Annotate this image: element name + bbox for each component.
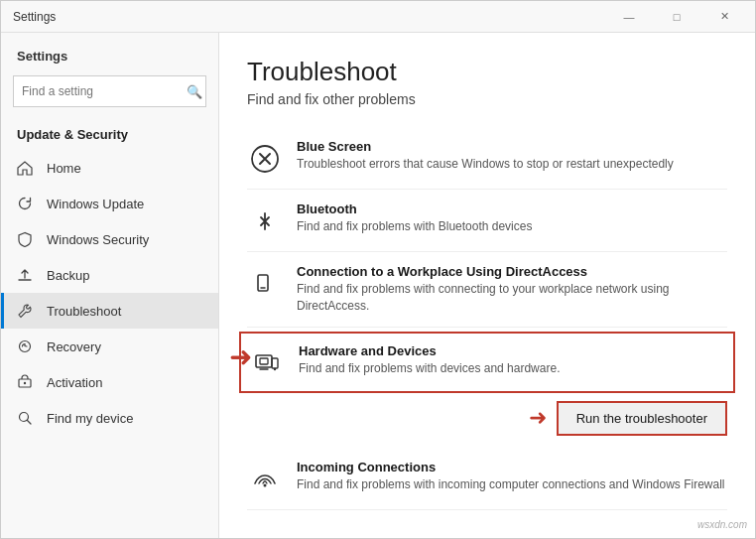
sidebar-item-find-my-device[interactable]: Find my device <box>1 400 218 436</box>
recovery-icon <box>17 338 35 354</box>
window-controls: — □ ✕ <box>606 1 747 33</box>
sidebar-item-windows-security-label: Windows Security <box>47 232 149 247</box>
hardware-icon <box>249 345 285 381</box>
directaccess-icon <box>247 266 283 302</box>
sidebar-item-activation[interactable]: Activation <box>1 364 218 400</box>
problem-item-blue-screen: Blue Screen Troubleshoot errors that cau… <box>247 127 727 190</box>
bluetooth-info: Bluetooth Find and fix problems with Blu… <box>297 202 727 235</box>
incoming-connections-desc: Find and fix problems with incoming comp… <box>297 476 727 493</box>
window-title: Settings <box>13 10 56 24</box>
problem-list: Blue Screen Troubleshoot errors that cau… <box>247 127 727 510</box>
watermark: wsxdn.com <box>697 519 747 530</box>
wrench-icon <box>17 303 35 319</box>
bluetooth-name: Bluetooth <box>297 202 727 216</box>
svg-rect-7 <box>256 355 272 367</box>
svg-rect-9 <box>272 358 278 368</box>
search-box[interactable]: 🔍 <box>13 75 206 107</box>
directaccess-desc: Find and fix problems with connecting to… <box>297 281 727 315</box>
find-icon <box>17 410 35 426</box>
minimize-button[interactable]: — <box>606 1 652 33</box>
bluetooth-desc: Find and fix problems with Bluetooth dev… <box>297 218 727 235</box>
blue-screen-name: Blue Screen <box>297 139 727 154</box>
home-icon <box>17 160 35 176</box>
sidebar-item-windows-update-label: Windows Update <box>47 197 144 211</box>
sidebar-item-home-label: Home <box>47 161 81 176</box>
maximize-button[interactable]: □ <box>654 1 699 33</box>
blue-screen-desc: Troubleshoot errors that cause Windows t… <box>297 156 727 173</box>
problem-item-directaccess: Connection to a Workplace Using DirectAc… <box>247 252 727 328</box>
sidebar-item-troubleshoot[interactable]: Troubleshoot <box>1 293 218 329</box>
sidebar-item-backup-label: Backup <box>47 268 89 283</box>
settings-window: Settings — □ ✕ Settings 🔍 Update & Secur… <box>0 0 756 539</box>
shield-icon <box>17 231 35 247</box>
directaccess-name: Connection to a Workplace Using DirectAc… <box>297 264 727 279</box>
page-title: Troubleshoot <box>247 57 727 87</box>
search-input[interactable] <box>14 84 179 98</box>
sidebar-header: Settings <box>1 33 218 71</box>
main-content: Troubleshoot Find and fix other problems… <box>219 33 755 538</box>
titlebar: Settings — □ ✕ <box>1 1 755 33</box>
refresh-icon <box>17 196 35 211</box>
svg-point-12 <box>264 483 267 486</box>
hardware-devices-desc: Find and fix problems with devices and h… <box>299 360 725 377</box>
sidebar-section-title: Update & Security <box>1 119 218 150</box>
sidebar-item-activation-label: Activation <box>47 375 102 390</box>
svg-point-10 <box>274 367 276 369</box>
sidebar-item-find-my-device-label: Find my device <box>47 411 133 426</box>
hardware-devices-info: Hardware and Devices Find and fix proble… <box>299 343 725 377</box>
problem-item-hardware-devices[interactable]: Hardware and Devices Find and fix proble… <box>239 332 735 393</box>
run-troubleshooter-button[interactable]: Run the troubleshooter <box>557 401 727 436</box>
svg-point-2 <box>24 382 26 384</box>
incoming-connections-info: Incoming Connections Find and fix proble… <box>297 460 727 493</box>
hardware-devices-name: Hardware and Devices <box>299 343 725 358</box>
sidebar-item-windows-security[interactable]: Windows Security <box>1 221 218 257</box>
page-subtitle: Find and fix other problems <box>247 91 727 107</box>
problem-item-incoming-connections: Incoming Connections Find and fix proble… <box>247 448 727 510</box>
backup-icon <box>17 267 35 283</box>
blue-screen-icon <box>247 141 283 177</box>
window-content: Settings 🔍 Update & Security Home <box>1 33 755 538</box>
incoming-connections-name: Incoming Connections <box>297 460 727 474</box>
activation-icon <box>17 374 35 390</box>
blue-screen-info: Blue Screen Troubleshoot errors that cau… <box>297 139 727 173</box>
search-icon: 🔍 <box>179 84 210 99</box>
sidebar-item-backup[interactable]: Backup <box>1 257 218 293</box>
problem-item-bluetooth: Bluetooth Find and fix problems with Blu… <box>247 190 727 252</box>
sidebar-item-windows-update[interactable]: Windows Update <box>1 186 218 221</box>
directaccess-info: Connection to a Workplace Using DirectAc… <box>297 264 727 315</box>
sidebar-item-recovery[interactable]: Recovery <box>1 329 218 364</box>
sidebar-item-home[interactable]: Home <box>1 150 218 186</box>
svg-rect-8 <box>260 358 268 364</box>
incoming-connections-icon <box>247 462 283 497</box>
bluetooth-icon <box>247 203 283 239</box>
sidebar-item-troubleshoot-label: Troubleshoot <box>47 304 121 319</box>
sidebar: Settings 🔍 Update & Security Home <box>1 33 219 538</box>
close-button[interactable]: ✕ <box>701 1 747 33</box>
sidebar-item-recovery-label: Recovery <box>47 339 101 354</box>
